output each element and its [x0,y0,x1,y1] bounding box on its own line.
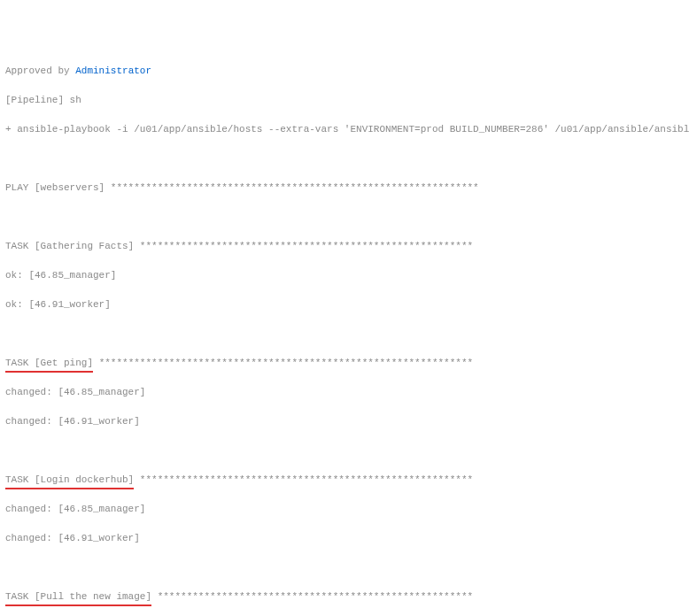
task-pull-label: TASK [Pull the new image] [5,589,151,604]
changed-line: changed: [46.85_manager] [5,502,684,517]
task-stars: ****************************************… [93,358,473,368]
changed-line: changed: [46.91_worker] [5,531,684,546]
play-header: PLAY [webservers] **********************… [5,181,684,196]
task-stars: ****************************************… [151,591,473,602]
changed-line: changed: [46.85_manager] [5,385,684,400]
command-line: + ansible-playbook -i /u01/app/ansible/h… [5,122,684,137]
blank-line [5,560,684,575]
blank-line [5,327,684,342]
task-ping-label: TASK [Get ping] [5,356,93,371]
ok-line: ok: [46.91_worker] [5,297,684,312]
approver-link[interactable]: Administrator [75,65,151,76]
approved-by-text: Approved by [5,65,75,76]
task-header: TASK [Pull the new image] **************… [5,589,684,604]
pipeline-label: [Pipeline] sh [5,93,684,108]
task-header: TASK [Get ping] ************************… [5,356,684,371]
blank-line [5,151,684,166]
task-stars: ****************************************… [134,474,473,485]
task-header: TASK [Login dockerhub] *****************… [5,473,684,488]
task-login-label: TASK [Login dockerhub] [5,473,134,488]
ok-line: ok: [46.85_manager] [5,268,684,283]
changed-line: changed: [46.91_worker] [5,414,684,429]
blank-line [5,210,684,225]
task-header: TASK [Gathering Facts] *****************… [5,239,684,254]
blank-line [5,443,684,458]
output-line: Approved by Administrator [5,64,684,79]
